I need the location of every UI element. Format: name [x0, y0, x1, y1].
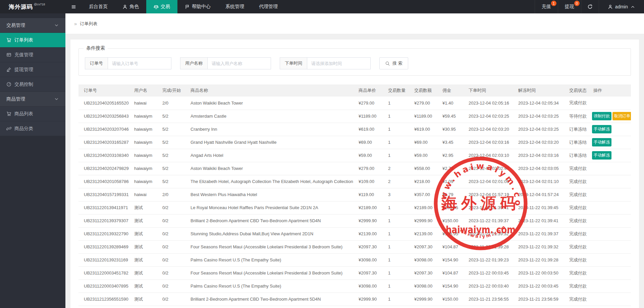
cell-order_time: 2023-12-04 02:03:20: [466, 123, 516, 136]
cell-ratio: 0/2: [160, 280, 188, 293]
cell-ratio: 5/2: [160, 136, 188, 149]
nav-item-0[interactable]: 后台首页: [82, 0, 115, 13]
app-logo-text: 海外源码: [9, 3, 33, 11]
sidebar-item-0-0[interactable]: 订单列表: [0, 33, 65, 48]
cell-actions: 手动解冻: [591, 149, 631, 162]
search-panel-legend: 条件搜索: [84, 45, 108, 51]
sidebar-group-0[interactable]: 交易管理: [0, 18, 65, 33]
sidebar-group-title: 交易管理: [6, 22, 25, 28]
cell-price: ¥2999.90: [356, 214, 385, 227]
cell-actions: [591, 162, 631, 175]
nav-item-label: 代理管理: [259, 4, 278, 10]
cell-amount: ¥2139.00: [412, 227, 440, 240]
cell-price: ¥59.00: [356, 149, 385, 162]
sidebar-item-label: 商品分类: [14, 126, 33, 132]
table-row: UB2312040203256843haiwaiym5/2Amsterdam C…: [78, 110, 631, 123]
force-pay-button[interactable]: 强制付款: [592, 112, 611, 120]
cell-order_time: 2023-11-21 23:56:55: [466, 293, 516, 306]
withdraw-badge: 0: [574, 1, 580, 6]
search-button[interactable]: 搜 索: [379, 57, 408, 69]
cell-amount: ¥3098.00: [412, 280, 440, 293]
recharge-nav-button[interactable]: 充值 1: [535, 0, 558, 13]
cell-amount: ¥1189.00: [412, 110, 440, 123]
cell-commission: ¥59.45: [440, 110, 466, 123]
nav-item-label: 后台首页: [89, 4, 108, 10]
nav-item-5[interactable]: 代理管理: [252, 0, 285, 13]
cell-unfreeze_time: 2023-11-22 01:39:32: [516, 240, 567, 253]
cell-product: Palms Casino Resort U.S (The Empathy Sui…: [188, 253, 356, 266]
cell-order_time: 2023-12-04 02:01:05: [466, 175, 516, 188]
nav-item-3[interactable]: 帮助中心: [177, 0, 218, 13]
nav-item-label: 交易: [161, 4, 170, 10]
cell-ratio: 0/2: [160, 293, 188, 306]
cell-status: 订单冻结: [567, 149, 591, 162]
sidebar-item-0-3[interactable]: 交易控制: [0, 77, 65, 92]
sidebar-toggle-button[interactable]: [65, 0, 82, 13]
table-row: UB2311220139411971测试0/2Le Royal Monceau …: [78, 201, 631, 214]
cell-price: ¥119.00: [356, 188, 385, 201]
gauge-icon: [6, 82, 11, 87]
cell-product: Angad Arts Hotel: [188, 149, 356, 162]
manual-unfreeze-button[interactable]: 手动解冻: [592, 125, 611, 133]
sidebar-item-1-1[interactable]: 商品分类: [0, 121, 65, 136]
sidebar-item-1-0[interactable]: 商品列表: [0, 107, 65, 121]
card-icon: [6, 52, 11, 57]
scales-icon: [154, 4, 159, 9]
cancel-order-button[interactable]: 取消订单: [612, 112, 631, 120]
nav-item-4[interactable]: 系统管理: [218, 0, 252, 13]
search-input-1[interactable]: [207, 57, 271, 69]
search-field-label: 用户名称: [180, 57, 207, 69]
table-row: UB2312040203108340haiwaiym5/2Angad Arts …: [78, 149, 631, 162]
manual-unfreeze-button[interactable]: 手动解冻: [592, 138, 611, 146]
cell-user: 测试: [131, 227, 160, 240]
username: admin: [615, 4, 628, 9]
cell-qty: 1: [385, 253, 412, 266]
cell-status: 完成付款: [567, 97, 591, 110]
search-input-0[interactable]: [108, 57, 171, 69]
manual-unfreeze-button[interactable]: 手动解冻: [592, 151, 611, 160]
cell-status: 完成付款: [567, 240, 591, 253]
search-field-group-0: 订单号: [85, 57, 171, 69]
cell-ratio: 0/2: [160, 201, 188, 214]
cell-qty: 3: [385, 188, 412, 201]
search-row: 订单号用户名称下单时间搜 索: [85, 57, 625, 69]
nav-item-1[interactable]: 角色: [115, 0, 146, 13]
cell-status: 完成付款: [567, 162, 591, 175]
table-row: UB2311220139231169测试0/2Palms Casino Reso…: [78, 253, 631, 266]
search-input-2[interactable]: [307, 57, 371, 69]
table-row: UB2312040201058786haiwaiym5/2The Elizabe…: [78, 175, 631, 188]
cell-qty: 1: [385, 136, 412, 149]
cell-order_no: UB2311220003407895: [78, 280, 131, 293]
app-logo: 海外源码 @cv718: [0, 0, 65, 13]
cell-price: ¥2097.30: [356, 266, 385, 280]
cell-status: 完成付款: [567, 293, 591, 306]
table-row: UB2312040157199331haiwai2/0Best Western …: [78, 188, 631, 201]
sidebar-group-1[interactable]: 商品管理: [0, 92, 65, 107]
refresh-button[interactable]: [581, 0, 599, 13]
cell-qty: 1: [385, 266, 412, 280]
cell-unfreeze_time: 2023-12-04 02:03:25: [516, 123, 567, 136]
cell-ratio: 2/0: [160, 188, 188, 201]
cell-ratio: 0/2: [160, 214, 188, 227]
cell-qty: 1: [385, 97, 412, 110]
cell-user: 测试: [131, 253, 160, 266]
user-menu[interactable]: admin: [599, 0, 644, 13]
gavel-icon: [6, 67, 11, 72]
column-header-3: 商品名称: [188, 84, 356, 97]
user-icon: [122, 4, 127, 9]
withdraw-nav-button[interactable]: 提现 0: [558, 0, 581, 13]
cell-commission: ¥109.45: [440, 201, 466, 214]
cell-amount: ¥279.00: [412, 97, 440, 110]
sidebar-item-0-2[interactable]: 提现管理: [0, 62, 65, 77]
cell-order_no: UB2312040203207046: [78, 123, 131, 136]
sidebar-item-0-1[interactable]: 充值管理: [0, 48, 65, 62]
cell-order_no: UB2312040203165287: [78, 136, 131, 149]
column-header-4: 商品单价: [356, 84, 385, 97]
nav-item-2[interactable]: 交易: [146, 0, 177, 13]
nav-item-label: 系统管理: [225, 4, 244, 10]
cell-amount: ¥2999.90: [412, 214, 440, 227]
cell-order_time: 2023-11-22 00:03:45: [466, 266, 516, 280]
column-header-2: 完成/开始: [160, 84, 188, 97]
cell-order_no: UB2312040157199331: [78, 188, 131, 201]
cell-actions: [591, 240, 631, 253]
